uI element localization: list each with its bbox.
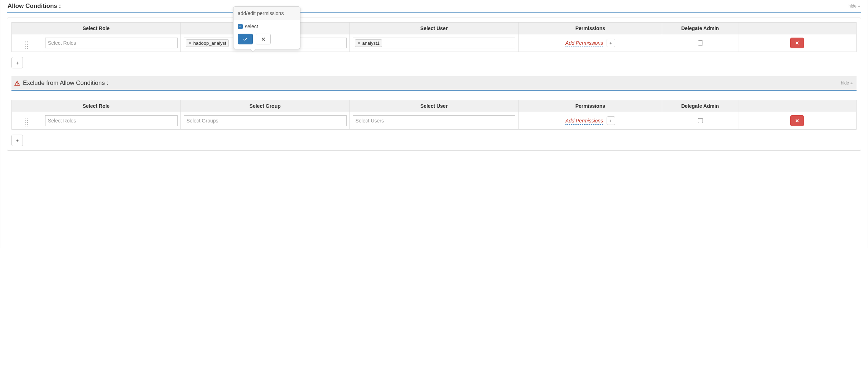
drag-handle[interactable] bbox=[12, 34, 42, 52]
remove-row-button[interactable] bbox=[790, 38, 804, 48]
col-header-permissions: Permissions bbox=[519, 100, 662, 112]
drag-handle[interactable] bbox=[12, 112, 42, 130]
col-header-role: Select Role bbox=[12, 100, 181, 112]
exclude-conditions-title: Exclude from Allow Conditions : bbox=[14, 79, 108, 87]
select-users-input[interactable]: ✕ analyst1 bbox=[353, 38, 516, 48]
group-tag[interactable]: ✕ hadoop_analyst bbox=[186, 39, 229, 47]
col-header-role: Select Role bbox=[12, 23, 181, 34]
exclude-conditions-table: Select Role Select Group Select User Per… bbox=[11, 100, 857, 130]
check-icon bbox=[243, 37, 248, 42]
exclude-conditions-header: Exclude from Allow Conditions : hide bbox=[11, 76, 857, 91]
add-permission-button[interactable]: + bbox=[607, 116, 615, 125]
drag-icon bbox=[25, 41, 28, 49]
remove-row-button[interactable] bbox=[790, 115, 804, 126]
col-header-permissions: Permissions bbox=[519, 23, 662, 34]
exclude-title-text: Exclude from Allow Conditions : bbox=[23, 79, 108, 87]
delegate-admin-checkbox[interactable] bbox=[698, 118, 703, 123]
popover-confirm-button[interactable] bbox=[238, 34, 253, 44]
allow-conditions-panel: Select Role Select Group Select User Per… bbox=[7, 18, 861, 151]
exclude-hide-toggle[interactable]: hide bbox=[841, 81, 853, 86]
popover-title: add/edit permissions bbox=[233, 7, 300, 20]
permissions-popover: add/edit permissions select bbox=[233, 6, 300, 49]
remove-tag-icon[interactable]: ✕ bbox=[357, 41, 361, 45]
roles-placeholder: Select Roles bbox=[47, 118, 76, 124]
col-header-group: Select Group bbox=[180, 100, 349, 112]
users-placeholder: Select Users bbox=[355, 118, 384, 124]
add-permissions-link[interactable]: Add Permissions bbox=[565, 118, 603, 125]
select-groups-input[interactable]: Select Groups bbox=[184, 115, 347, 126]
groups-placeholder: Select Groups bbox=[186, 118, 218, 124]
plus-icon: + bbox=[609, 40, 612, 46]
add-permissions-link[interactable]: Add Permissions bbox=[565, 40, 603, 47]
select-roles-input[interactable]: Select Roles bbox=[45, 115, 178, 126]
delegate-admin-checkbox[interactable] bbox=[698, 40, 703, 45]
col-header-delegate: Delegate Admin bbox=[662, 100, 738, 112]
permission-label: select bbox=[245, 24, 258, 29]
close-icon bbox=[261, 37, 265, 41]
table-row: Select Roles ✕ hadoop_analyst bbox=[12, 34, 857, 52]
tag-label: hadoop_analyst bbox=[193, 40, 226, 46]
allow-conditions-title: Allow Conditions : bbox=[8, 3, 61, 10]
roles-placeholder: Select Roles bbox=[47, 40, 76, 46]
plus-icon: + bbox=[609, 118, 612, 124]
close-icon bbox=[795, 119, 799, 122]
col-header-delegate: Delegate Admin bbox=[662, 23, 738, 34]
plus-icon: + bbox=[16, 60, 19, 66]
col-header-remove bbox=[738, 23, 856, 34]
caret-up-icon bbox=[858, 5, 860, 7]
allow-hide-toggle[interactable]: hide bbox=[848, 4, 860, 9]
add-exclude-row-button[interactable]: + bbox=[11, 135, 23, 146]
warning-icon bbox=[14, 80, 20, 86]
remove-tag-icon[interactable]: ✕ bbox=[188, 41, 192, 45]
permission-option-select[interactable]: select bbox=[238, 24, 296, 29]
table-row: Select Roles Select Groups Select Users bbox=[12, 112, 857, 130]
allow-conditions-table: Select Role Select Group Select User Per… bbox=[11, 22, 857, 52]
add-permission-button[interactable]: + bbox=[607, 39, 615, 47]
hide-label: hide bbox=[841, 81, 849, 86]
popover-arrow-icon bbox=[250, 49, 256, 52]
checkbox-icon[interactable] bbox=[238, 24, 243, 29]
user-tag[interactable]: ✕ analyst1 bbox=[355, 39, 382, 47]
popover-cancel-button[interactable] bbox=[256, 34, 271, 44]
drag-icon bbox=[25, 119, 28, 126]
hide-label: hide bbox=[848, 4, 857, 9]
select-roles-input[interactable]: Select Roles bbox=[45, 38, 178, 48]
col-header-remove bbox=[738, 100, 856, 112]
col-header-user: Select User bbox=[349, 100, 519, 112]
close-icon bbox=[795, 41, 799, 45]
allow-conditions-header: Allow Conditions : hide bbox=[7, 0, 861, 13]
tag-label: analyst1 bbox=[362, 40, 380, 46]
select-users-input[interactable]: Select Users bbox=[353, 115, 516, 126]
add-condition-row-button[interactable]: + bbox=[11, 57, 23, 68]
col-header-user: Select User bbox=[349, 23, 519, 34]
plus-icon: + bbox=[16, 137, 19, 144]
caret-up-icon bbox=[850, 82, 853, 84]
